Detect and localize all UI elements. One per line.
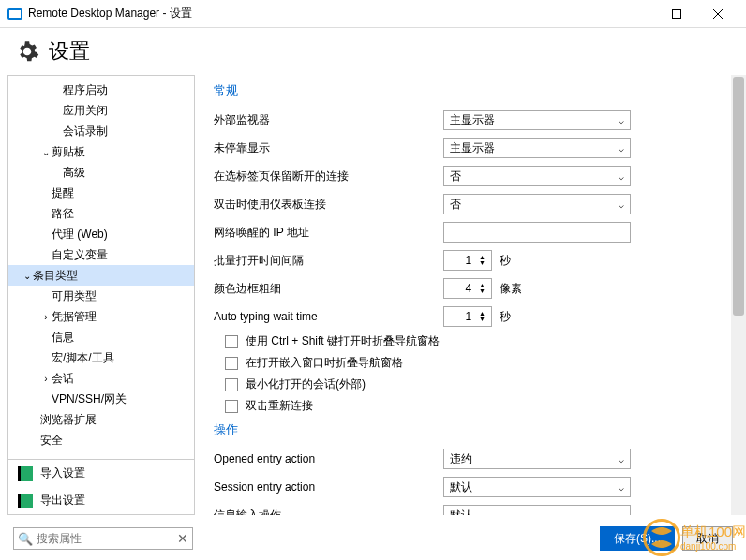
- form-label: 双击时使用仪表板连接: [214, 197, 443, 213]
- checkbox-1[interactable]: [225, 357, 238, 370]
- checkbox-row-0: 使用 Ctrl + Shift 键打开时折叠导航窗格: [225, 333, 735, 349]
- checkbox-0[interactable]: [225, 335, 238, 348]
- maximize-button[interactable]: [656, 1, 697, 27]
- chevron-down-icon: ⌵: [619, 171, 624, 182]
- input-rows1-4[interactable]: [443, 222, 631, 243]
- spinner-arrows-icon: ▲▼: [479, 255, 485, 266]
- form-row: 网络唤醒的 IP 地址: [214, 221, 735, 243]
- tree-item-11[interactable]: ›凭据管理: [8, 306, 194, 327]
- form-label: Opened entry action: [214, 452, 443, 465]
- import-label: 导入设置: [40, 465, 85, 481]
- tree-label: 会话: [52, 371, 74, 387]
- form-label: Auto typing wait time: [214, 310, 443, 323]
- spinner-rows1-7[interactable]: 1▲▼: [443, 306, 492, 327]
- window-title: Remote Desktop Manager - 设置: [28, 6, 615, 22]
- tree-label: 可用类型: [52, 288, 97, 304]
- close-button[interactable]: [697, 1, 739, 27]
- minimize-button[interactable]: [615, 1, 656, 27]
- form-label: 外部监视器: [214, 112, 443, 128]
- chevron-down-icon: ⌵: [619, 143, 624, 154]
- section-general-title: 常规: [214, 82, 735, 99]
- form-row: 外部监视器主显示器⌵: [214, 109, 735, 131]
- page-header: 设置: [0, 28, 746, 75]
- chevron-icon: ›: [40, 374, 52, 384]
- svg-rect-0: [8, 9, 22, 19]
- chevron-down-icon: ⌵: [619, 199, 624, 210]
- tree-item-6[interactable]: 路径: [8, 203, 194, 224]
- form-row: 未停靠显示主显示器⌵: [214, 137, 735, 159]
- tree-item-15[interactable]: VPN/SSH/网关: [8, 389, 194, 409]
- spinner-rows1-6[interactable]: 4▲▼: [443, 278, 492, 299]
- form-label: Session entry action: [214, 480, 443, 494]
- select-rows1-0[interactable]: 主显示器⌵: [443, 110, 631, 130]
- chevron-icon: ⌄: [40, 147, 52, 157]
- select-rows1-3[interactable]: 否⌵: [443, 194, 631, 214]
- form-row: 批量打开时间间隔1▲▼秒: [214, 249, 735, 272]
- gear-icon: [15, 39, 39, 64]
- tree-item-9[interactable]: ⌄条目类型: [8, 265, 194, 286]
- form-label: 颜色边框粗细: [214, 281, 443, 297]
- tree-item-8[interactable]: 自定义变量: [8, 244, 194, 265]
- content-scrollbar[interactable]: [731, 75, 746, 515]
- tree-item-4[interactable]: 高级: [8, 162, 194, 183]
- form-row: 双击时使用仪表板连接否⌵: [214, 193, 735, 215]
- form-label: 批量打开时间间隔: [214, 253, 443, 269]
- export-settings-button[interactable]: 导出设置: [8, 487, 194, 514]
- import-settings-button[interactable]: 导入设置: [8, 460, 194, 487]
- cancel-button[interactable]: 取消: [682, 526, 733, 551]
- tree-item-1[interactable]: 应用关闭: [8, 100, 194, 121]
- svg-rect-1: [673, 9, 681, 18]
- save-button[interactable]: 保存(S)...: [600, 526, 675, 551]
- tree-label: 自定义变量: [52, 247, 108, 263]
- select-rows2-1[interactable]: 默认⌵: [443, 477, 631, 497]
- section-actions-title: 操作: [214, 421, 735, 438]
- checkbox-row-3: 双击重新连接: [225, 398, 735, 414]
- search-wrap: 🔍 ✕: [13, 527, 193, 550]
- tree-item-7[interactable]: 代理 (Web): [8, 224, 194, 244]
- chevron-down-icon: ⌵: [619, 482, 624, 493]
- checkbox-label: 最小化打开的会话(外部): [246, 376, 366, 392]
- select-rows2-2[interactable]: 默认⌵: [443, 505, 631, 515]
- select-rows2-0[interactable]: 违约⌵: [443, 449, 631, 469]
- select-rows1-1[interactable]: 主显示器⌵: [443, 138, 631, 158]
- tree-item-12[interactable]: 信息: [8, 327, 194, 347]
- tree-item-10[interactable]: 可用类型: [8, 286, 194, 306]
- tree-item-5[interactable]: 提醒: [8, 183, 194, 203]
- search-input[interactable]: [37, 532, 177, 545]
- tree-label: 程序启动: [63, 82, 108, 98]
- form-label: 信息输入操作: [214, 508, 443, 516]
- tree-label: VPN/SSH/网关: [52, 391, 127, 407]
- checkbox-row-2: 最小化打开的会话(外部): [225, 376, 735, 392]
- clear-search-icon[interactable]: ✕: [177, 531, 188, 546]
- import-icon: [18, 466, 33, 481]
- checkbox-2[interactable]: [225, 378, 238, 391]
- tree-item-14[interactable]: ›会话: [8, 368, 194, 389]
- unit-label: 像素: [500, 281, 522, 297]
- select-rows1-2[interactable]: 否⌵: [443, 166, 631, 186]
- chevron-down-icon: ⌵: [619, 115, 624, 125]
- checkbox-3[interactable]: [225, 400, 238, 413]
- tree-item-17[interactable]: 安全: [8, 430, 194, 450]
- chevron-icon: ⌄: [22, 271, 33, 281]
- tree-item-2[interactable]: 会话录制: [8, 121, 194, 141]
- form-label: 未停靠显示: [214, 140, 443, 156]
- unit-label: 秒: [500, 253, 511, 269]
- search-icon: 🔍: [18, 532, 33, 546]
- tree-item-0[interactable]: 程序启动: [8, 80, 194, 100]
- sidebar: 程序启动应用关闭会话录制⌄剪贴板高级提醒路径代理 (Web)自定义变量⌄条目类型…: [7, 75, 195, 515]
- tree-item-3[interactable]: ⌄剪贴板: [8, 141, 194, 162]
- spinner-rows1-5[interactable]: 1▲▼: [443, 250, 492, 271]
- chevron-down-icon: ⌵: [619, 510, 624, 516]
- bottom-bar: 🔍 ✕ 保存(S)... 取消: [0, 517, 746, 560]
- tree-item-16[interactable]: 浏览器扩展: [8, 409, 194, 430]
- unit-label: 秒: [500, 309, 511, 325]
- tree-label: 提醒: [52, 185, 74, 201]
- export-icon: [18, 494, 33, 508]
- form-row: Session entry action默认⌵: [214, 476, 735, 498]
- tree-label: 会话录制: [63, 124, 108, 140]
- scroll-thumb[interactable]: [733, 77, 744, 316]
- form-row: Opened entry action违约⌵: [214, 448, 735, 470]
- content-panel: 常规 外部监视器主显示器⌵未停靠显示主显示器⌵在选标签页保留断开的连接否⌵双击时…: [202, 75, 746, 515]
- nav-tree: 程序启动应用关闭会话录制⌄剪贴板高级提醒路径代理 (Web)自定义变量⌄条目类型…: [8, 76, 194, 459]
- tree-item-13[interactable]: 宏/脚本/工具: [8, 347, 194, 368]
